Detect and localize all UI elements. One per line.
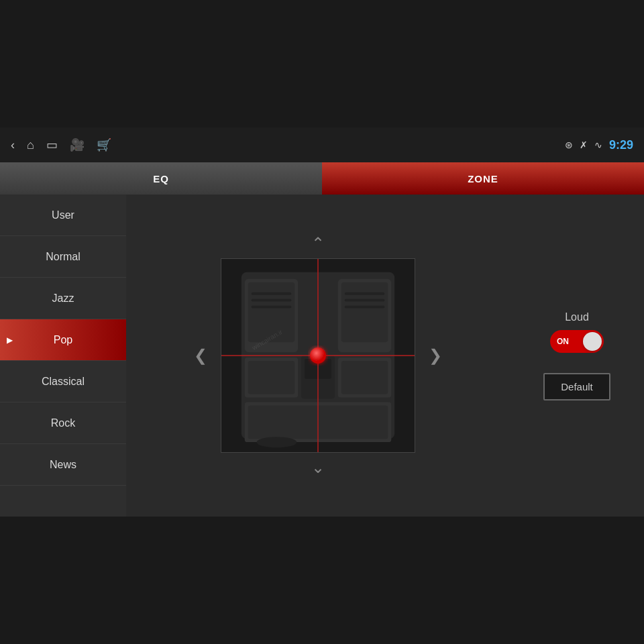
- menu-item-classical[interactable]: Classical: [0, 361, 126, 402]
- svg-point-23: [310, 347, 326, 364]
- default-button[interactable]: Default: [543, 373, 610, 400]
- svg-rect-15: [341, 361, 388, 394]
- main-content: User Normal Jazz ▶ Pop Classical Rock: [0, 195, 644, 517]
- svg-rect-8: [341, 282, 388, 342]
- menu-label-user: User: [52, 209, 74, 221]
- arrow-left-button[interactable]: ❮: [189, 341, 213, 370]
- bluetooth-icon: ✗: [580, 140, 588, 150]
- menu-item-rock[interactable]: Rock: [0, 402, 126, 444]
- menu-label-classical: Classical: [42, 376, 85, 388]
- tabs: EQ ZONE: [0, 162, 644, 195]
- arrow-right-button[interactable]: ❯: [423, 341, 447, 370]
- menu-label-rock: Rock: [51, 417, 75, 429]
- windows-icon[interactable]: ▭: [46, 138, 58, 152]
- svg-rect-13: [248, 361, 295, 394]
- menu-label-pop: Pop: [54, 334, 72, 346]
- wifi-icon: ∿: [594, 140, 602, 150]
- home-icon[interactable]: ⌂: [27, 138, 34, 152]
- tab-zone[interactable]: ZONE: [322, 162, 644, 195]
- nav-icons: ‹ ⌂ ▭ 🎥 🛒: [11, 138, 553, 152]
- status-bar: ‹ ⌂ ▭ 🎥 🛒 ⊛ ✗ ∿ 9:29: [0, 127, 644, 162]
- svg-rect-5: [252, 299, 292, 302]
- svg-rect-3: [248, 282, 295, 342]
- svg-rect-9: [345, 292, 385, 295]
- cast-icon: ⊛: [565, 140, 573, 150]
- seat-map[interactable]: wincairan.ir: [221, 258, 415, 453]
- svg-rect-10: [345, 299, 385, 302]
- left-menu: User Normal Jazz ▶ Pop Classical Rock: [0, 195, 126, 517]
- camera-icon[interactable]: 🎥: [70, 138, 85, 152]
- tab-eq[interactable]: EQ: [0, 162, 322, 195]
- right-panel: Loud ON Default: [510, 195, 644, 517]
- loud-toggle[interactable]: ON: [550, 330, 604, 353]
- menu-item-pop[interactable]: ▶ Pop: [0, 319, 126, 361]
- arrow-up-button[interactable]: ⌃: [306, 229, 330, 258]
- arrow-down-button[interactable]: ⌄: [306, 453, 330, 482]
- status-icons: ⊛ ✗ ∿ 9:29: [565, 138, 633, 152]
- svg-point-20: [257, 437, 297, 447]
- menu-item-news[interactable]: News: [0, 444, 126, 486]
- menu-item-jazz[interactable]: Jazz: [0, 278, 126, 319]
- time-display: 9:29: [609, 138, 633, 152]
- svg-rect-11: [345, 306, 385, 309]
- loud-label: Loud: [565, 311, 589, 323]
- toggle-on-text: ON: [557, 337, 569, 346]
- seat-map-container: ❮: [189, 258, 447, 453]
- menu-label-jazz: Jazz: [52, 292, 74, 305]
- menu-item-user[interactable]: User: [0, 195, 126, 236]
- svg-rect-4: [252, 292, 292, 295]
- play-arrow-icon: ▶: [7, 335, 13, 345]
- menu-label-normal: Normal: [46, 251, 80, 263]
- svg-rect-6: [252, 306, 292, 309]
- bag-icon[interactable]: 🛒: [97, 138, 111, 152]
- loud-section: Loud ON: [550, 311, 604, 353]
- center-content: ⌃ ❮: [126, 195, 510, 517]
- menu-item-normal[interactable]: Normal: [0, 236, 126, 278]
- toggle-knob: [583, 332, 602, 351]
- back-icon[interactable]: ‹: [11, 138, 15, 152]
- menu-label-news: News: [50, 459, 76, 471]
